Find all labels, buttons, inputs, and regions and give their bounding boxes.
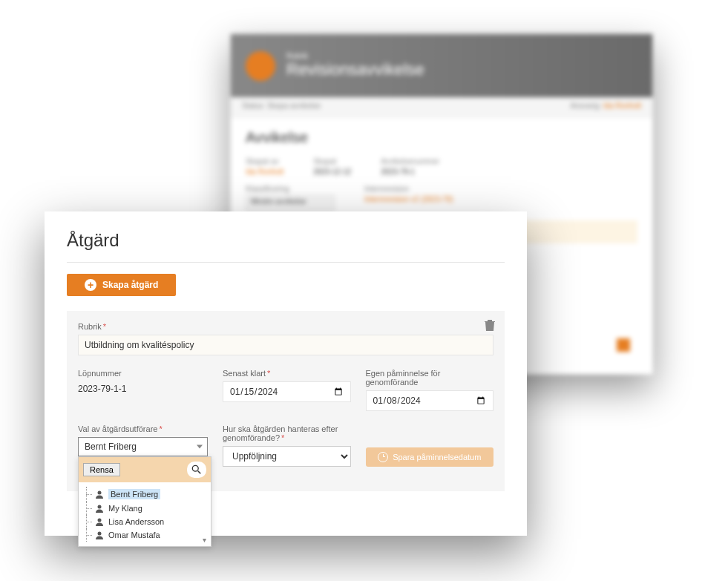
field-label: Klassificering	[246, 185, 335, 193]
person-icon	[95, 504, 104, 513]
chevron-down-icon	[197, 445, 203, 449]
popup-list: Bernt Friberg My Klang Lisa Andersson	[79, 482, 211, 546]
save-reminder-button[interactable]: Spara påminnelsedatum	[366, 447, 494, 467]
reminder-input[interactable]	[366, 390, 494, 411]
trash-icon	[484, 318, 496, 332]
senast-klart-label: Senast klart*	[223, 369, 351, 378]
plus-icon: +	[85, 279, 96, 291]
classification-select[interactable]: Mindre avvikelse	[246, 195, 335, 211]
responsible-label: Ansvarig:	[570, 102, 601, 110]
status-text: Status: Skapa avvikelse	[242, 102, 321, 113]
list-item[interactable]: Omar Mustafa	[82, 528, 208, 542]
clock-icon	[378, 452, 388, 462]
field-value[interactable]: Internrevision v2 (2023-79)	[364, 195, 453, 203]
section-title: Avvikelse	[246, 129, 637, 146]
list-item[interactable]: Bernt Friberg	[82, 487, 208, 502]
create-action-button[interactable]: + Skapa åtgärd	[67, 274, 176, 296]
performer-label: Val av åtgärdsutförare*	[78, 424, 208, 433]
svg-line-4	[198, 471, 201, 474]
person-icon	[95, 531, 104, 539]
divider	[67, 262, 505, 263]
form-panel: Rubrik* Löpnummer 2023-79-1-1 Senast kla…	[67, 311, 505, 491]
field-value[interactable]: Ida Ronholt	[246, 168, 283, 176]
svg-point-8	[98, 532, 102, 536]
performer-dropdown[interactable]: Bernt Friberg Rensa	[78, 437, 208, 456]
delete-button[interactable]	[484, 318, 497, 333]
svg-rect-2	[491, 324, 492, 329]
responsible-value[interactable]: Ida Ronholt	[603, 102, 641, 110]
popup-header: Rensa	[79, 457, 211, 482]
reminder-label: Egen påminnelse för genomförande	[366, 369, 494, 387]
status-bar: Status: Skapa avvikelse Ansvarig: Ida Ro…	[231, 97, 652, 118]
svg-point-7	[98, 519, 102, 522]
handling-label: Hur ska åtgärden hanteras efter genomför…	[223, 424, 351, 442]
field-label: Skapat av	[246, 157, 283, 165]
person-icon	[95, 490, 104, 499]
rubrik-input[interactable]	[78, 335, 493, 355]
action-square[interactable]	[617, 338, 630, 352]
field-label: Internrevision	[364, 185, 453, 193]
field-value: 2023-12-12	[313, 168, 351, 176]
person-icon	[95, 517, 104, 526]
svg-point-3	[192, 465, 198, 471]
svg-point-6	[98, 505, 102, 509]
list-item[interactable]: Lisa Andersson	[82, 515, 208, 528]
svg-rect-1	[490, 324, 491, 329]
svg-point-5	[98, 491, 102, 495]
handling-select[interactable]: Uppföljning	[223, 446, 351, 467]
warning-icon	[246, 51, 275, 81]
senast-klart-input[interactable]	[223, 381, 351, 402]
panel-title: Åtgärd	[67, 230, 505, 251]
header-small-label: Rubrik	[286, 52, 424, 60]
create-action-label: Skapa åtgärd	[102, 280, 158, 290]
list-item[interactable]: My Klang	[82, 502, 208, 515]
search-button[interactable]	[187, 462, 206, 478]
performer-dropdown-popup: Rensa Bernt Friberg	[78, 456, 211, 547]
lopnummer-label: Löpnummer	[78, 369, 208, 378]
header-title: Revisionsavvikelse	[286, 60, 424, 79]
lopnummer-value: 2023-79-1-1	[78, 381, 208, 394]
field-label: Avvikelsenummer	[381, 157, 439, 165]
header-banner: Rubrik Revisionsavvikelse	[231, 34, 652, 97]
rubrik-label: Rubrik*	[78, 322, 493, 331]
search-icon	[191, 465, 202, 475]
performer-dropdown-trigger[interactable]: Bernt Friberg	[78, 437, 208, 456]
field-value: 2023-79-1	[381, 168, 415, 176]
action-panel: Åtgärd + Skapa åtgärd Rubrik* Löpnummer	[45, 211, 527, 536]
chevron-down-icon[interactable]: ▾	[199, 534, 209, 545]
svg-rect-0	[488, 324, 488, 329]
clear-button[interactable]: Rensa	[83, 463, 120, 476]
field-label: Skapat	[313, 157, 351, 165]
